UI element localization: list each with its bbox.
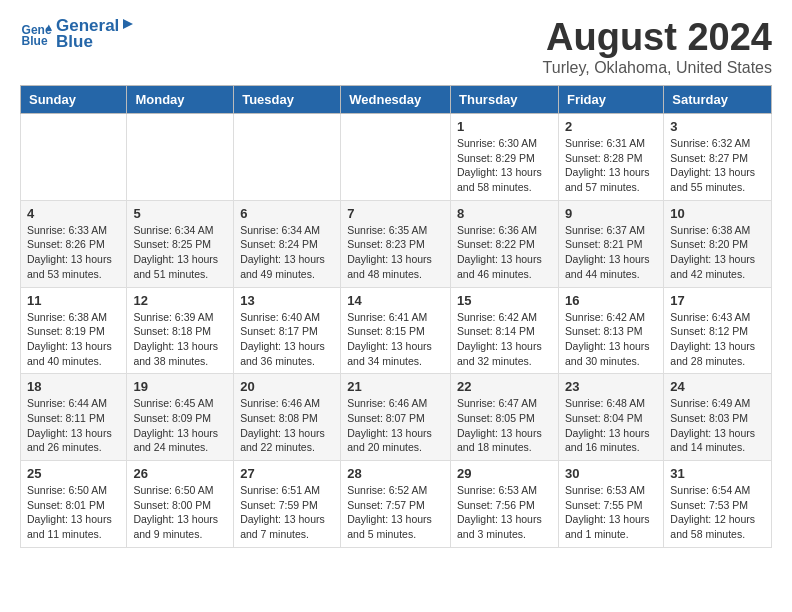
logo: General Blue General Blue: [20, 16, 135, 52]
day-number: 26: [133, 466, 227, 481]
day-number: 3: [670, 119, 765, 134]
day-info: Sunrise: 6:38 AM Sunset: 8:19 PM Dayligh…: [27, 310, 120, 369]
day-info: Sunrise: 6:40 AM Sunset: 8:17 PM Dayligh…: [240, 310, 334, 369]
day-info: Sunrise: 6:49 AM Sunset: 8:03 PM Dayligh…: [670, 396, 765, 455]
day-number: 16: [565, 293, 657, 308]
calendar-cell: 28Sunrise: 6:52 AM Sunset: 7:57 PM Dayli…: [341, 461, 451, 548]
calendar-cell: 20Sunrise: 6:46 AM Sunset: 8:08 PM Dayli…: [234, 374, 341, 461]
weekday-header-sunday: Sunday: [21, 86, 127, 114]
logo-arrow-icon: [121, 17, 135, 31]
day-info: Sunrise: 6:53 AM Sunset: 7:55 PM Dayligh…: [565, 483, 657, 542]
day-number: 12: [133, 293, 227, 308]
main-title: August 2024: [543, 16, 772, 59]
day-number: 10: [670, 206, 765, 221]
calendar-cell: 31Sunrise: 6:54 AM Sunset: 7:53 PM Dayli…: [664, 461, 772, 548]
calendar-cell: 5Sunrise: 6:34 AM Sunset: 8:25 PM Daylig…: [127, 200, 234, 287]
calendar-cell: 8Sunrise: 6:36 AM Sunset: 8:22 PM Daylig…: [451, 200, 559, 287]
title-block: August 2024 Turley, Oklahoma, United Sta…: [543, 16, 772, 77]
weekday-header-thursday: Thursday: [451, 86, 559, 114]
day-number: 7: [347, 206, 444, 221]
calendar-cell: 21Sunrise: 6:46 AM Sunset: 8:07 PM Dayli…: [341, 374, 451, 461]
day-number: 15: [457, 293, 552, 308]
calendar-header: SundayMondayTuesdayWednesdayThursdayFrid…: [21, 86, 772, 114]
calendar-cell: [127, 114, 234, 201]
day-info: Sunrise: 6:50 AM Sunset: 8:00 PM Dayligh…: [133, 483, 227, 542]
svg-marker-3: [123, 19, 133, 29]
day-info: Sunrise: 6:31 AM Sunset: 8:28 PM Dayligh…: [565, 136, 657, 195]
day-number: 11: [27, 293, 120, 308]
day-info: Sunrise: 6:50 AM Sunset: 8:01 PM Dayligh…: [27, 483, 120, 542]
calendar-cell: [341, 114, 451, 201]
day-number: 13: [240, 293, 334, 308]
svg-text:Blue: Blue: [22, 34, 48, 48]
calendar-week-row: 11Sunrise: 6:38 AM Sunset: 8:19 PM Dayli…: [21, 287, 772, 374]
weekday-header-tuesday: Tuesday: [234, 86, 341, 114]
day-number: 19: [133, 379, 227, 394]
day-info: Sunrise: 6:36 AM Sunset: 8:22 PM Dayligh…: [457, 223, 552, 282]
calendar-cell: 1Sunrise: 6:30 AM Sunset: 8:29 PM Daylig…: [451, 114, 559, 201]
calendar-cell: 4Sunrise: 6:33 AM Sunset: 8:26 PM Daylig…: [21, 200, 127, 287]
weekday-header-monday: Monday: [127, 86, 234, 114]
calendar-cell: 30Sunrise: 6:53 AM Sunset: 7:55 PM Dayli…: [558, 461, 663, 548]
day-number: 14: [347, 293, 444, 308]
weekday-header-row: SundayMondayTuesdayWednesdayThursdayFrid…: [21, 86, 772, 114]
day-number: 9: [565, 206, 657, 221]
calendar-cell: 18Sunrise: 6:44 AM Sunset: 8:11 PM Dayli…: [21, 374, 127, 461]
day-info: Sunrise: 6:47 AM Sunset: 8:05 PM Dayligh…: [457, 396, 552, 455]
day-number: 29: [457, 466, 552, 481]
day-info: Sunrise: 6:33 AM Sunset: 8:26 PM Dayligh…: [27, 223, 120, 282]
header: General Blue General Blue August 2024 Tu…: [20, 16, 772, 77]
logo-blue: Blue: [56, 32, 135, 52]
day-number: 31: [670, 466, 765, 481]
day-info: Sunrise: 6:44 AM Sunset: 8:11 PM Dayligh…: [27, 396, 120, 455]
calendar-cell: 10Sunrise: 6:38 AM Sunset: 8:20 PM Dayli…: [664, 200, 772, 287]
day-info: Sunrise: 6:52 AM Sunset: 7:57 PM Dayligh…: [347, 483, 444, 542]
calendar-cell: 19Sunrise: 6:45 AM Sunset: 8:09 PM Dayli…: [127, 374, 234, 461]
calendar-cell: 23Sunrise: 6:48 AM Sunset: 8:04 PM Dayli…: [558, 374, 663, 461]
calendar-cell: 11Sunrise: 6:38 AM Sunset: 8:19 PM Dayli…: [21, 287, 127, 374]
day-number: 27: [240, 466, 334, 481]
day-info: Sunrise: 6:39 AM Sunset: 8:18 PM Dayligh…: [133, 310, 227, 369]
day-number: 28: [347, 466, 444, 481]
calendar-week-row: 1Sunrise: 6:30 AM Sunset: 8:29 PM Daylig…: [21, 114, 772, 201]
day-info: Sunrise: 6:42 AM Sunset: 8:13 PM Dayligh…: [565, 310, 657, 369]
day-info: Sunrise: 6:46 AM Sunset: 8:08 PM Dayligh…: [240, 396, 334, 455]
weekday-header-saturday: Saturday: [664, 86, 772, 114]
day-info: Sunrise: 6:54 AM Sunset: 7:53 PM Dayligh…: [670, 483, 765, 542]
day-number: 30: [565, 466, 657, 481]
day-info: Sunrise: 6:41 AM Sunset: 8:15 PM Dayligh…: [347, 310, 444, 369]
day-number: 20: [240, 379, 334, 394]
calendar-cell: 29Sunrise: 6:53 AM Sunset: 7:56 PM Dayli…: [451, 461, 559, 548]
logo-icon: General Blue: [20, 18, 52, 50]
day-info: Sunrise: 6:32 AM Sunset: 8:27 PM Dayligh…: [670, 136, 765, 195]
day-info: Sunrise: 6:51 AM Sunset: 7:59 PM Dayligh…: [240, 483, 334, 542]
calendar-cell: 7Sunrise: 6:35 AM Sunset: 8:23 PM Daylig…: [341, 200, 451, 287]
day-number: 25: [27, 466, 120, 481]
day-number: 21: [347, 379, 444, 394]
calendar-cell: 6Sunrise: 6:34 AM Sunset: 8:24 PM Daylig…: [234, 200, 341, 287]
calendar-cell: 9Sunrise: 6:37 AM Sunset: 8:21 PM Daylig…: [558, 200, 663, 287]
day-number: 24: [670, 379, 765, 394]
day-info: Sunrise: 6:45 AM Sunset: 8:09 PM Dayligh…: [133, 396, 227, 455]
calendar-cell: 3Sunrise: 6:32 AM Sunset: 8:27 PM Daylig…: [664, 114, 772, 201]
calendar-week-row: 25Sunrise: 6:50 AM Sunset: 8:01 PM Dayli…: [21, 461, 772, 548]
calendar-cell: 14Sunrise: 6:41 AM Sunset: 8:15 PM Dayli…: [341, 287, 451, 374]
calendar-cell: 2Sunrise: 6:31 AM Sunset: 8:28 PM Daylig…: [558, 114, 663, 201]
calendar-cell: 16Sunrise: 6:42 AM Sunset: 8:13 PM Dayli…: [558, 287, 663, 374]
calendar-cell: 22Sunrise: 6:47 AM Sunset: 8:05 PM Dayli…: [451, 374, 559, 461]
day-number: 22: [457, 379, 552, 394]
calendar-cell: [21, 114, 127, 201]
day-info: Sunrise: 6:30 AM Sunset: 8:29 PM Dayligh…: [457, 136, 552, 195]
calendar-table: SundayMondayTuesdayWednesdayThursdayFrid…: [20, 85, 772, 548]
calendar-cell: 17Sunrise: 6:43 AM Sunset: 8:12 PM Dayli…: [664, 287, 772, 374]
calendar-cell: 27Sunrise: 6:51 AM Sunset: 7:59 PM Dayli…: [234, 461, 341, 548]
day-info: Sunrise: 6:34 AM Sunset: 8:24 PM Dayligh…: [240, 223, 334, 282]
weekday-header-friday: Friday: [558, 86, 663, 114]
day-number: 23: [565, 379, 657, 394]
calendar-week-row: 18Sunrise: 6:44 AM Sunset: 8:11 PM Dayli…: [21, 374, 772, 461]
calendar-body: 1Sunrise: 6:30 AM Sunset: 8:29 PM Daylig…: [21, 114, 772, 548]
day-info: Sunrise: 6:43 AM Sunset: 8:12 PM Dayligh…: [670, 310, 765, 369]
day-number: 4: [27, 206, 120, 221]
day-number: 8: [457, 206, 552, 221]
day-info: Sunrise: 6:38 AM Sunset: 8:20 PM Dayligh…: [670, 223, 765, 282]
